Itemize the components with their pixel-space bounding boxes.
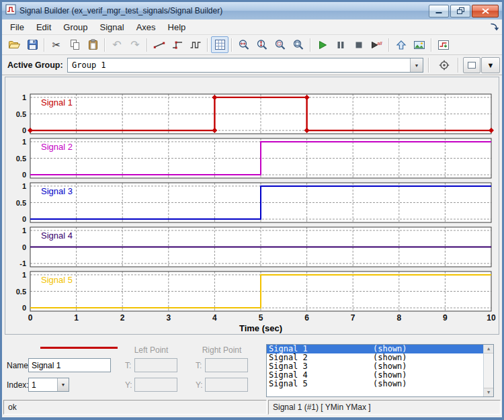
signal-1-label: Signal 1 [41,97,73,108]
index-dropdown-arrow-icon[interactable]: ▼ [57,378,69,391]
up-icon[interactable] [392,36,410,53]
status-selection: Signal 1 (#1) [ YMin YMax ] [268,400,501,415]
y-tick-label: 0.5 [16,199,26,207]
menu-signal[interactable]: Signal [94,19,130,32]
stop-icon[interactable] [350,36,368,53]
statusbar: ok Signal 1 (#1) [ YMin YMax ] [2,398,502,417]
minimize-button[interactable] [429,5,449,17]
x-tick-label: 4 [212,313,217,323]
line-tool-icon[interactable] [151,36,168,53]
toolbar-separator [44,38,45,52]
y-tick-label: 0 [22,171,26,179]
svg-text:all: all [377,40,382,46]
menubar: FileEditGroupSignalAxesHelp [2,19,502,35]
export-icon[interactable] [435,36,452,53]
groupbar-separator [458,58,459,73]
maximize-button[interactable] [450,5,470,17]
close-button[interactable] [472,5,499,17]
y-tick-label: 0 [22,215,26,223]
signal-plots: 10.50Signal 110.50Signal 210.50Signal 31… [2,75,502,337]
menu-edit[interactable]: Edit [30,19,57,32]
x-tick-label: 10 [487,313,496,323]
menu-axes[interactable]: Axes [130,19,162,32]
panel-button[interactable] [463,57,480,73]
grid-icon[interactable] [211,36,228,53]
name-label: Name: [7,361,30,370]
toolbar: ✂↶↷all [2,35,502,55]
active-group-dropdown[interactable]: Group 1 ▼ [67,58,423,73]
groupbar-separator [428,58,429,73]
start-icon[interactable] [314,36,331,53]
y-tick-label: 0.5 [16,110,26,118]
menu-file[interactable]: File [4,19,30,32]
x-tick-label: 8 [396,313,401,323]
scroll-down-icon[interactable]: ▼ [484,388,493,396]
left-t-label: T: [125,361,131,370]
undo-icon[interactable]: ↶ [108,36,126,53]
play-all-icon[interactable]: all [368,36,386,53]
dropdown-arrow-icon[interactable]: ▼ [410,58,423,72]
y-tick-label: 1 [22,182,26,190]
toolbar-separator [231,38,233,52]
redo-icon[interactable]: ↷ [126,36,144,53]
snapshot-icon[interactable] [411,36,428,53]
menu-group[interactable]: Group [57,19,93,32]
x-tick-label: 3 [166,313,171,323]
signal-edit-panel: Name: Index: 1 ▼ Left Point T: Y: Right … [2,337,502,398]
x-tick-label: 9 [443,313,448,323]
zoom-x-icon[interactable] [235,36,253,53]
status-message: ok [3,400,267,415]
scroll-up-icon[interactable]: ▲ [484,345,493,353]
collapse-button[interactable]: ▼ [481,57,500,73]
y-tick-label: 1 [22,271,26,279]
toolbar-separator [388,38,390,52]
signal-list-scrollbar[interactable]: ▲ ▼ [483,345,493,396]
signal-list-name: Signal 5 [269,380,308,388]
dock-icon[interactable] [489,22,499,34]
copy-icon[interactable] [66,36,83,53]
signal-4-label: Signal 4 [41,230,73,241]
open-icon[interactable] [5,36,23,53]
signal-list[interactable]: Signal 1(shown)Signal 2(shown)Signal 3(s… [266,344,494,397]
toolbar-separator [431,38,432,52]
x-tick-label: 7 [351,313,355,323]
signal-2-label: Signal 2 [41,142,73,152]
zoom-y-icon[interactable] [253,36,271,53]
active-group-bar: Active Group: Group 1 ▼ ▼ [2,55,502,75]
name-input[interactable] [28,358,111,372]
zoom-box-icon[interactable] [271,36,289,53]
save-icon[interactable] [24,36,41,53]
zoom-fit-icon[interactable] [290,36,307,53]
index-value: 1 [29,380,57,390]
y-tick-label: 0 [22,243,26,251]
left-point-header: Left Point [119,345,183,355]
signal-5-label: Signal 5 [41,275,73,285]
titlebar[interactable]: Signal Builder (ex_verif_mgr_test_signal… [2,2,502,19]
app-icon [5,4,16,17]
pulse-tool-icon[interactable] [187,36,204,53]
left-t-field [134,358,177,372]
y-tick-label: -1 [19,259,26,267]
cut-icon[interactable]: ✂ [48,36,65,53]
toolbar-separator [310,38,311,52]
paste-icon[interactable] [84,36,101,53]
signal-list-item[interactable]: Signal 5(shown) [267,380,483,388]
right-y-field [205,378,248,392]
active-group-label: Active Group: [7,60,63,70]
right-point-header: Right Point [190,345,254,355]
signal-list-status: (shown) [373,380,407,388]
y-tick-label: 1 [22,138,26,146]
x-tick-label: 0 [28,313,33,323]
signal-builder-window: Signal Builder (ex_verif_mgr_test_signal… [0,0,504,420]
index-dropdown[interactable]: 1 ▼ [28,378,69,392]
y-tick-label: 1 [22,226,26,235]
menu-help[interactable]: Help [162,19,192,32]
step-tool-icon[interactable] [169,36,186,53]
toolbar-separator [207,38,208,52]
right-t-field [205,358,248,372]
signal-3-label: Signal 3 [41,186,73,196]
right-t-label: T: [196,361,202,370]
settings-gear-button[interactable] [435,57,453,73]
pause-icon[interactable] [332,36,349,53]
y-tick-label: 0 [22,126,26,134]
